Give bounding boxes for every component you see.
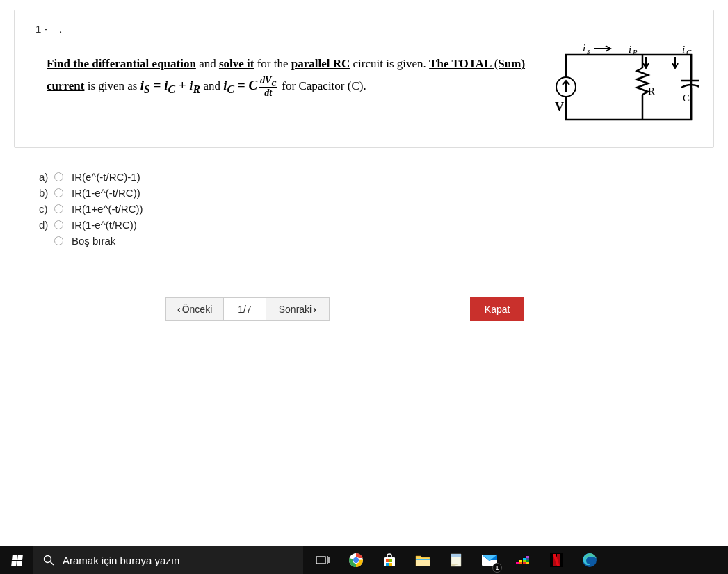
notepad-icon — [449, 552, 463, 568]
svg-point-20 — [45, 556, 51, 563]
eq-eq1: = — [150, 78, 164, 92]
option-d[interactable]: d) IR(1-e^(t/RC)) — [39, 217, 714, 233]
mail-badge: 1 — [492, 563, 502, 573]
svg-rect-29 — [386, 559, 389, 562]
qt-2d: for Capacitor (C). — [279, 79, 366, 92]
svg-rect-41 — [523, 562, 526, 564]
options-group: a) IR(e^(-t/RC)-1) b) IR(1-e^(-t/RC)) c)… — [39, 169, 714, 249]
nav-row: ‹ Önceki 1/7 Sonraki › Kapat — [14, 297, 714, 321]
svg-rect-32 — [389, 563, 392, 566]
svg-text:s: s — [587, 47, 590, 55]
taskbar-search[interactable]: Aramak için buraya yazın — [33, 546, 303, 574]
equalizer-icon — [516, 555, 530, 565]
svg-rect-38 — [519, 562, 522, 564]
question-text: Find the differantial equation and solve… — [47, 42, 537, 99]
option-letter: b) — [39, 187, 54, 199]
circuit-diagram: V i s R i R — [553, 42, 699, 135]
start-button[interactable] — [0, 546, 33, 574]
option-text: IR(1-e^(-t/RC)) — [72, 187, 140, 199]
chevron-left-icon: ‹ — [177, 304, 181, 315]
eq-rs: R — [193, 83, 201, 95]
option-a[interactable]: a) IR(e^(-t/RC)-1) — [39, 169, 714, 185]
taskbar-app-deezer[interactable] — [506, 546, 540, 574]
taskbar-app-chrome[interactable] — [339, 546, 373, 574]
search-icon — [43, 555, 54, 566]
svg-text:i: i — [629, 44, 631, 55]
chrome-icon — [348, 552, 364, 568]
option-b[interactable]: b) IR(1-e^(-t/RC)) — [39, 185, 714, 201]
eq2-eq: = C — [234, 78, 257, 92]
eq-s: S — [144, 83, 150, 95]
svg-rect-43 — [526, 558, 529, 560]
eq2-den: dt — [259, 88, 277, 98]
question-card: 1 - . Find the differantial equation and… — [14, 10, 714, 148]
svg-rect-34 — [416, 559, 430, 560]
qt-1e: parallel RC — [291, 57, 350, 70]
eq2-num: dV — [260, 75, 271, 85]
svg-rect-31 — [386, 563, 389, 566]
qt-1b: and — [196, 57, 219, 70]
svg-text:i: i — [583, 42, 585, 54]
eq-cs: C — [168, 83, 175, 95]
svg-text:R: R — [648, 85, 655, 97]
qt-2c: and — [200, 79, 223, 92]
svg-rect-42 — [526, 556, 529, 558]
radio-icon[interactable] — [54, 220, 63, 229]
radio-icon[interactable] — [54, 188, 63, 197]
svg-rect-39 — [523, 558, 526, 560]
option-text: IR(1+e^(-t/RC)) — [72, 203, 143, 215]
qt-1a: Find the differantial equation — [47, 57, 196, 70]
option-blank[interactable]: Boş bırak — [39, 233, 714, 249]
svg-rect-37 — [519, 560, 522, 562]
svg-line-21 — [51, 562, 54, 566]
svg-rect-36 — [516, 562, 519, 564]
chevron-right-icon: › — [313, 304, 316, 315]
windows-icon — [11, 555, 23, 566]
radio-icon[interactable] — [54, 172, 63, 181]
eq-plus: + — [175, 78, 189, 92]
prev-button[interactable]: ‹ Önceki — [165, 297, 223, 321]
svg-rect-22 — [316, 557, 325, 564]
radio-icon[interactable] — [54, 236, 63, 245]
option-letter: d) — [39, 219, 54, 231]
prev-label: Önceki — [182, 304, 213, 315]
question-number: 1 - . — [35, 23, 699, 35]
taskbar-app-notepad[interactable] — [439, 546, 473, 574]
search-placeholder: Aramak için buraya yazın — [63, 555, 179, 566]
next-label: Sonraki — [279, 304, 312, 315]
taskbar: Aramak için buraya yazın — [0, 546, 728, 574]
netflix-icon — [550, 553, 563, 567]
svg-text:V: V — [555, 100, 564, 114]
svg-rect-44 — [526, 560, 529, 562]
eq2-numc: C — [271, 79, 276, 87]
taskbar-app-edge[interactable] — [573, 546, 606, 574]
svg-rect-45 — [526, 562, 529, 564]
option-letter: c) — [39, 203, 54, 215]
radio-icon[interactable] — [54, 204, 63, 213]
svg-point-27 — [353, 557, 359, 563]
qt-1f: circuit is given. — [350, 57, 429, 70]
option-letter: a) — [39, 171, 54, 183]
eq2-cs: C — [227, 83, 235, 95]
svg-rect-30 — [389, 559, 392, 562]
close-button[interactable]: Kapat — [470, 297, 525, 321]
qt-2b: is given as — [84, 79, 140, 92]
option-text: IR(1-e^(t/RC)) — [72, 219, 137, 231]
taskbar-app-netflix[interactable] — [540, 546, 573, 574]
next-button[interactable]: Sonraki › — [266, 297, 330, 321]
folder-icon — [415, 554, 430, 566]
counter-text: 1/7 — [238, 304, 251, 315]
q-num: 1 - — [35, 23, 48, 35]
q-dot: . — [59, 23, 62, 35]
option-c[interactable]: c) IR(1+e^(-t/RC)) — [39, 201, 714, 217]
edge-icon — [582, 552, 597, 568]
taskbar-app-explorer[interactable] — [406, 546, 439, 574]
option-text: IR(e^(-t/RC)-1) — [72, 171, 140, 183]
task-view-button[interactable] — [306, 546, 339, 574]
svg-text:R: R — [632, 48, 638, 56]
svg-text:i: i — [682, 44, 685, 55]
taskbar-app-mail[interactable]: 1 — [473, 546, 506, 574]
close-label: Kapat — [485, 304, 510, 315]
taskbar-app-store[interactable] — [373, 546, 406, 574]
qt-1c: solve it — [219, 57, 254, 70]
